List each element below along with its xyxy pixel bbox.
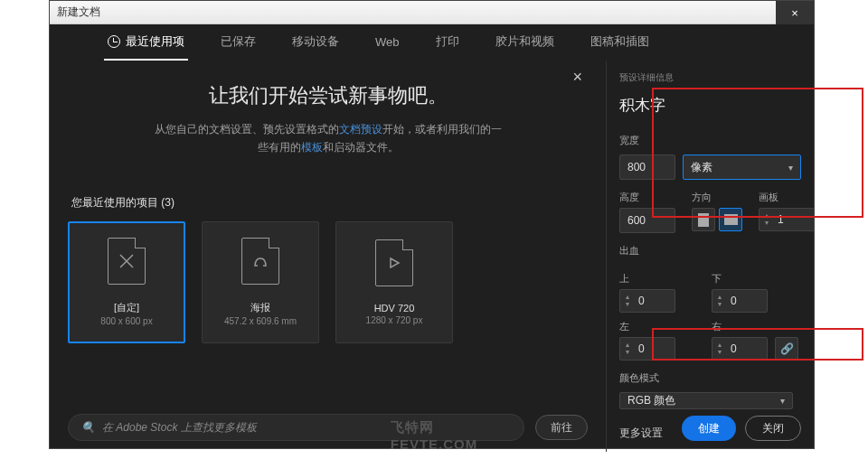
unit-select[interactable]: 像素▾ xyxy=(683,155,801,180)
tab-web[interactable]: Web xyxy=(372,26,403,60)
intro-close-button[interactable]: × xyxy=(572,68,582,87)
artboard-stepper[interactable]: ▴▾1 xyxy=(759,208,815,231)
preset-card-hdv[interactable]: HDV 720 1280 x 720 px xyxy=(335,221,453,343)
search-icon: 🔍 xyxy=(81,421,95,434)
portrait-icon xyxy=(698,213,709,227)
tab-saved[interactable]: 已保存 xyxy=(217,24,259,61)
tab-print[interactable]: 打印 xyxy=(432,24,463,61)
doc-icon xyxy=(108,238,146,285)
link-bleed-button[interactable]: 🔗 xyxy=(775,337,798,361)
colormode-label: 颜色模式 xyxy=(619,371,801,385)
tab-recent[interactable]: 最近使用项 xyxy=(104,24,188,61)
bleed-label: 出血 xyxy=(619,244,801,258)
doc-icon xyxy=(241,238,279,285)
svg-point-1 xyxy=(263,265,265,267)
section-label: 预设详细信息 xyxy=(619,71,801,84)
preset-cards: [自定] 800 x 600 px 海报 457.2 x 609.6 mm HD… xyxy=(68,221,588,343)
preset-name[interactable]: 积木字 xyxy=(619,95,801,116)
chevron-down-icon: ▾ xyxy=(780,396,785,406)
left-panel: × 让我们开始尝试新事物吧。 从您自己的文档设置、预先设置格式的文档预设开始，或… xyxy=(50,61,606,452)
intro-heading: 让我们开始尝试新事物吧。 xyxy=(113,82,542,109)
svg-point-0 xyxy=(256,265,258,267)
height-label: 高度 xyxy=(619,191,675,204)
bleed-top-input[interactable]: ▴▾0 xyxy=(619,289,675,313)
clock-icon xyxy=(108,35,120,48)
close-button[interactable]: 关闭 xyxy=(745,416,801,441)
landscape-icon xyxy=(724,214,738,225)
height-input[interactable] xyxy=(619,208,675,233)
bleed-left-input[interactable]: ▴▾0 xyxy=(619,337,675,361)
go-button[interactable]: 前往 xyxy=(535,415,588,440)
intro-text: 从您自己的文档设置、预先设置格式的文档预设开始，或者利用我们的一 些有用的模板和… xyxy=(113,120,542,157)
artboard-label: 画板 xyxy=(759,191,815,204)
intro-banner: × 让我们开始尝试新事物吧。 从您自己的文档设置、预先设置格式的文档预设开始，或… xyxy=(68,61,588,179)
tab-film[interactable]: 胶片和视频 xyxy=(492,24,558,61)
preset-details-panel: 预设详细信息 积木字 宽度 像素▾ 高度 方向 xyxy=(606,61,814,452)
tab-mobile[interactable]: 移动设备 xyxy=(288,24,343,61)
titlebar: 新建文档 × xyxy=(50,1,814,24)
create-button[interactable]: 创建 xyxy=(682,416,736,441)
orient-landscape-button[interactable] xyxy=(719,208,742,231)
bleed-right-input[interactable]: ▴▾0 xyxy=(712,337,768,361)
window-title: 新建文档 xyxy=(57,5,100,20)
width-input[interactable] xyxy=(619,155,675,180)
tab-art[interactable]: 图稿和插图 xyxy=(587,24,653,61)
preset-card-poster[interactable]: 海报 457.2 x 609.6 mm xyxy=(202,221,319,343)
stock-search-input[interactable]: 🔍 在 Adobe Stock 上查找更多模板 xyxy=(68,414,524,441)
category-tabs: 最近使用项 已保存 移动设备 Web 打印 胶片和视频 图稿和插图 xyxy=(50,24,814,61)
orient-label: 方向 xyxy=(692,191,742,204)
bleed-bottom-input[interactable]: ▴▾0 xyxy=(712,289,768,313)
recent-label: 您最近使用的项目 (3) xyxy=(71,195,588,211)
orient-portrait-button[interactable] xyxy=(692,208,715,231)
doc-icon xyxy=(375,239,413,286)
preset-card-custom[interactable]: [自定] 800 x 600 px xyxy=(68,221,185,343)
colormode-select[interactable]: RGB 颜色▾ xyxy=(619,392,793,409)
width-label: 宽度 xyxy=(619,134,801,147)
chevron-down-icon: ▾ xyxy=(788,163,793,173)
close-window-button[interactable]: × xyxy=(776,1,814,24)
